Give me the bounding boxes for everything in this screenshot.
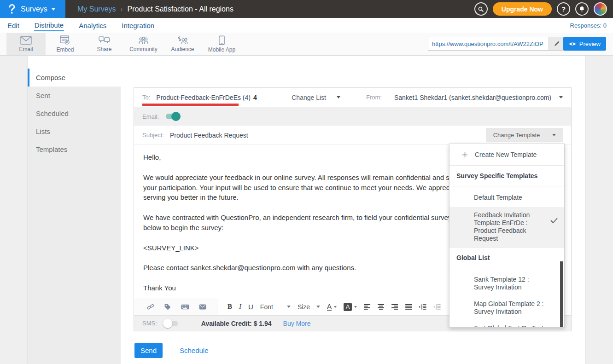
align-center-button[interactable] [378,304,385,310]
indent-button[interactable] [419,304,426,310]
envelope-icon [20,36,32,45]
change-list-label: Change List [292,94,326,101]
share-bubbles-icon [99,36,110,45]
text-color-button[interactable]: A [327,303,337,311]
template-item-feedback-invitation[interactable]: Feedback Invitation Template EnFrDe : Pr… [450,207,564,248]
template-item-default[interactable]: Default Template [450,186,564,207]
create-new-template-item[interactable]: Create New Template [450,144,564,166]
sidebar-item-lists[interactable]: Lists [28,122,121,140]
template-item-sank-12[interactable]: Sank Template 12 : Survey Invitation [450,268,564,295]
subject-label: Subject: [142,132,164,139]
pencil-icon [554,40,560,47]
change-list-button[interactable]: Change List [292,94,340,101]
subject-input[interactable]: Product Feedback Request [170,132,248,139]
indent-icon [419,304,426,310]
merge-codes-button[interactable] [181,304,189,310]
bell-icon [578,6,585,12]
upgrade-now-button[interactable]: Upgrade Now [493,2,552,16]
align-justify-button[interactable] [405,304,412,310]
preview-button[interactable]: Preview [563,37,606,51]
outdent-button[interactable] [433,304,441,310]
sidebar-item-scheduled[interactable]: Scheduled [28,104,121,122]
preview-button-label: Preview [579,40,601,47]
schedule-link[interactable]: Schedule [180,347,209,354]
send-row: Send Schedule [134,343,209,358]
product-switcher[interactable]: Surveys [0,0,65,18]
channel-embed[interactable]: Embed [46,33,85,55]
chevron-down-icon [52,8,55,11]
channel-mobile-app-label: Mobile App [208,46,235,53]
sms-toggle[interactable] [164,321,178,326]
sidebar-item-sent[interactable]: Sent [28,87,121,104]
survey-specific-templates-header: Survey Specific Templates [450,166,564,186]
email-toggle-label: Email: [142,113,159,120]
channel-mobile-app[interactable]: Mobile App [202,33,241,55]
send-button[interactable]: Send [134,343,163,358]
chevron-down-icon [287,306,291,308]
channel-audience-label: Audience [171,46,194,52]
italic-button[interactable]: I [239,303,241,311]
channel-community-label: Community [129,46,158,52]
survey-nav: Edit Distribute Analytics Integration Re… [0,18,613,33]
template-item-map-global-2[interactable]: Map Global Template 2 : Survey Invitatio… [450,295,564,320]
channel-audience[interactable]: Audience [163,33,202,55]
sidebar-item-compose[interactable]: Compose [28,69,121,87]
survey-url-group [428,37,565,51]
underline-button[interactable]: U [248,303,253,311]
from-sender-value[interactable]: Sanket1 Shekdar1 (sanket.shekdar@questio… [394,94,551,101]
channel-email[interactable]: Email [6,33,46,55]
template-item-test-global-g[interactable]: Test Global Test G : Test RAA G [450,320,564,328]
breadcrumb-separator: › [121,5,123,13]
global-list-header: Global List [450,248,564,268]
bold-button[interactable]: B [228,303,232,311]
buy-more-link[interactable]: Buy More [283,320,311,327]
page-content: Compose Sent Scheduled Lists Templates T… [0,56,613,364]
dropdown-scrollbar[interactable] [560,261,563,327]
channel-share[interactable]: Share [85,33,124,55]
chevron-down-icon [316,306,320,308]
insert-tag-button[interactable] [164,303,171,311]
change-template-label: Change Template [493,132,540,139]
insert-image-button[interactable] [199,304,206,310]
survey-url-input[interactable] [428,37,549,50]
email-toggle-row: Email: [134,107,571,126]
search-button[interactable] [474,2,488,16]
chevron-down-icon [559,96,563,98]
tab-edit[interactable]: Edit [7,20,20,31]
align-left-button[interactable] [364,304,371,310]
change-template-button[interactable]: Change Template [486,128,563,142]
size-select-label: Size [298,303,310,311]
align-right-button[interactable] [391,304,398,310]
user-avatar[interactable] [594,2,607,16]
background-color-button[interactable]: A [344,303,357,311]
background-color-icon: A [344,303,352,311]
tab-distribute[interactable]: Distribute [34,20,64,31]
keyboard-icon [181,304,189,310]
to-underline-bar [142,104,239,106]
align-justify-icon [405,304,412,310]
breadcrumb-my-surveys[interactable]: My Surveys [77,5,116,13]
chevron-down-icon [334,306,337,308]
notifications-button[interactable] [575,2,589,16]
page-title: Product Satisfaction - All regions [128,5,234,13]
dollar-people-icon [177,36,188,45]
email-toggle[interactable] [166,114,180,119]
toggle-knob [171,112,181,121]
align-center-icon [378,304,385,310]
template-item-label: Feedback Invitation Template EnFrDe : Pr… [474,211,544,243]
top-header: Surveys My Surveys › Product Satisfactio… [0,0,613,18]
to-list-value[interactable]: Product-Feedback-EnFrDeEs (4) [156,94,251,101]
change-template-dropdown: Create New Template Survey Specific Temp… [449,144,565,328]
sidebar-item-templates[interactable]: Templates [28,140,121,158]
eye-icon [569,42,576,46]
to-label: To: [142,94,150,101]
help-button[interactable]: ? [557,2,570,16]
insert-link-button[interactable] [146,303,154,311]
channel-community[interactable]: Community [124,33,163,55]
tab-integration[interactable]: Integration [121,20,155,31]
tab-analytics[interactable]: Analytics [78,20,107,31]
outdent-icon [433,304,441,310]
font-select[interactable]: Font [260,303,291,311]
size-select[interactable]: Size [298,303,320,311]
edit-url-button[interactable] [549,37,564,50]
